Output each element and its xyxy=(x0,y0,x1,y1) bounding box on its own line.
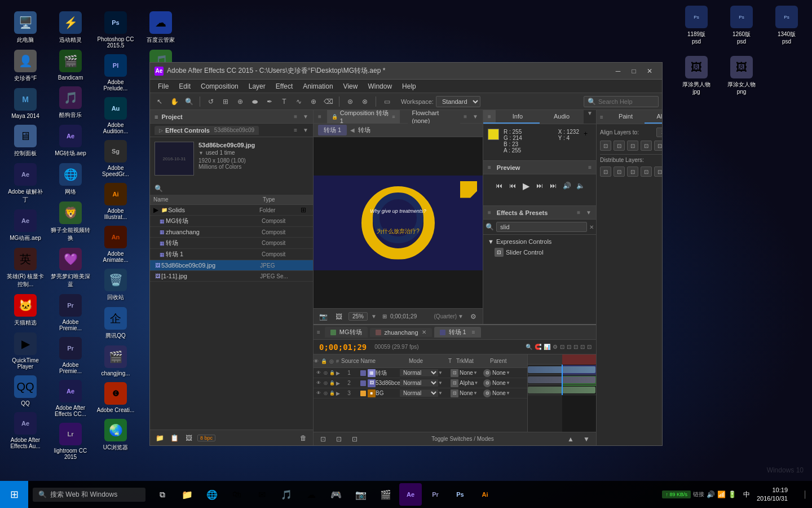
desktop-icon-qq2[interactable]: QQ QQ xyxy=(6,375,45,406)
effects-search-input[interactable] xyxy=(496,222,587,232)
file-item-trans1[interactable]: ▦ 转场 1 Composit xyxy=(150,249,313,260)
paint-tab[interactable]: Paint xyxy=(607,110,645,124)
desktop-icon-adobe-br[interactable]: Ae Adobe 破解补丁 xyxy=(6,163,45,204)
select-tool[interactable]: ↖ xyxy=(153,95,166,108)
close-button[interactable]: ✕ xyxy=(642,64,657,78)
comp-options-icon[interactable]: ≡ xyxy=(392,114,395,120)
comp-tab-trans1[interactable]: 转场 1 xyxy=(318,125,347,135)
menu-animation[interactable]: Animation xyxy=(298,81,337,91)
desktop-icon-creatia[interactable]: 🅒 Adobe Creati... xyxy=(96,382,135,413)
desktop-icon-pr[interactable]: Pr Adobe Premie... xyxy=(51,294,90,331)
layer-1-mode[interactable]: Normal xyxy=(400,369,438,376)
delete-btn[interactable]: 🗑 xyxy=(297,432,310,444)
desktop-icon-pl[interactable]: Pl Adobe Prelude... xyxy=(96,54,135,91)
puppet-tool[interactable]: ⊛ xyxy=(344,95,356,108)
maximize-button[interactable]: □ xyxy=(626,64,642,78)
desktop-icon-net[interactable]: 🌐 网络 xyxy=(51,163,90,196)
file-item-mgtrans[interactable]: ▦ MG转场 Composit xyxy=(150,216,313,227)
text-tool[interactable]: T xyxy=(278,95,290,108)
file-item-zhuanchang[interactable]: ▦ zhuanchang Composit xyxy=(150,227,313,238)
layer-1-expand[interactable]: ▶ xyxy=(336,370,343,376)
tab-prev-icon[interactable]: ◀ xyxy=(350,127,355,133)
comp-panel-options[interactable]: ≡ xyxy=(464,113,467,120)
effects-options[interactable]: ≡ xyxy=(577,209,580,216)
file-item-jpeg[interactable]: 🖼 53d86bce09c09.jpg JPEG xyxy=(150,260,313,271)
eraser-tool[interactable]: ⌫ xyxy=(322,95,334,108)
search-input[interactable] xyxy=(598,98,655,105)
show-desktop-btn[interactable]: │ xyxy=(798,481,812,508)
menu-composition[interactable]: Composition xyxy=(196,81,243,91)
taskbar-game[interactable]: 🎮 xyxy=(325,483,347,506)
audio-tab[interactable]: Audio xyxy=(540,110,584,124)
effect-controls-options[interactable]: ≡ xyxy=(294,127,297,133)
new-folder-btn[interactable]: 📁 xyxy=(153,432,166,444)
effects-search-clear[interactable]: ✕ xyxy=(589,224,594,230)
desktop-icon-changjing[interactable]: 🎬 changjing... xyxy=(96,345,135,376)
preview-play-btn[interactable]: ▶ xyxy=(520,180,532,191)
desktop-icon-mg[interactable]: Ae MG动画.aep xyxy=(6,209,45,242)
desktop-icon-tencent[interactable]: 企 腾讯QQ xyxy=(96,307,135,340)
taskbar-search[interactable]: 🔍 搜索 Web 和 Windows xyxy=(33,488,145,502)
brush-tool[interactable]: ∿ xyxy=(293,95,305,108)
taskbar-cloud[interactable]: ☁ xyxy=(300,483,323,506)
timeline-more1[interactable]: ⊡ xyxy=(560,344,564,350)
shape-tool[interactable]: ⬬ xyxy=(249,95,261,108)
desktop-icon-music[interactable]: 🎵 酷狗音乐 xyxy=(51,86,90,119)
timeline-more4[interactable]: ⊡ xyxy=(580,344,585,350)
desktop-icon-img1[interactable]: 🖼 厚涂男人物jpg xyxy=(677,56,716,95)
taskbar-explorer[interactable]: 📁 xyxy=(176,483,198,506)
tl-footer-btn3[interactable]: ⊡ xyxy=(348,433,361,445)
taskbar-internet[interactable]: 🌐 xyxy=(201,483,223,506)
layer-2-solo[interactable]: ◎ xyxy=(323,380,328,386)
preview-prev-btn[interactable]: ⏮ xyxy=(507,180,518,191)
preview-next-btn[interactable]: ⏭ xyxy=(534,180,545,191)
comp-snapshot-btn[interactable]: 📷 xyxy=(317,310,329,323)
tray-lang[interactable]: 中 xyxy=(739,490,754,500)
zoom-dropdown-icon[interactable]: ▼ xyxy=(371,313,377,319)
panel-close-icon[interactable]: ▼ xyxy=(303,113,308,120)
desktop-icon-pr2[interactable]: Pr Adobe Premie... xyxy=(51,337,90,374)
align-right-btn[interactable]: ⊡ xyxy=(627,141,638,151)
panel-menu-icon-info[interactable]: ≡ xyxy=(488,113,491,120)
menu-help[interactable]: Help xyxy=(398,81,421,91)
layer-2-lock[interactable]: 🔒 xyxy=(329,380,335,386)
menu-layer[interactable]: Layer xyxy=(244,81,270,91)
taskbar-ps[interactable]: Ps xyxy=(449,483,471,506)
dist-center-h-btn[interactable]: ⊡ xyxy=(614,167,625,177)
desktop-icon-control[interactable]: 🖥 控制面板 xyxy=(6,125,45,157)
layer-3-expand[interactable]: ▶ xyxy=(336,391,343,396)
start-button[interactable]: ⊞ xyxy=(0,481,28,508)
desktop-icon-shizhen[interactable]: 🦁 狮子全能视频转换 xyxy=(51,202,90,242)
align-top-btn[interactable]: ⊡ xyxy=(641,141,652,151)
preview-menu-icon[interactable]: ≡ xyxy=(488,164,491,170)
new-comp-btn[interactable]: 📋 xyxy=(168,432,180,444)
clone-tool[interactable]: ⊕ xyxy=(307,95,320,108)
layer-2-expand[interactable]: ▶ xyxy=(336,380,343,386)
roto-tool[interactable]: ⊗ xyxy=(359,95,371,108)
layer-3-solo[interactable]: ◎ xyxy=(323,391,328,396)
desktop-icon-quicktime[interactable]: ▶ QuickTime Player xyxy=(6,332,45,370)
zoom-tool[interactable]: 🔍 xyxy=(183,95,195,108)
desktop-icon-maya[interactable]: M Maya 2014 xyxy=(6,88,45,119)
taskbar-pr[interactable]: Pr xyxy=(424,483,447,506)
layer-1-eye[interactable]: 👁 xyxy=(316,370,321,376)
layer-1-lock[interactable]: 🔒 xyxy=(329,370,335,376)
menu-file[interactable]: File xyxy=(153,81,173,91)
comp-region-btn[interactable]: ⊞ xyxy=(382,313,387,319)
align-center-v-btn[interactable]: ⊡ xyxy=(654,141,662,151)
taskbar-music[interactable]: 🎵 xyxy=(275,483,298,506)
desktop-icon-img2[interactable]: 🖼 厚涂女人物png xyxy=(722,56,761,95)
desktop-icon-cloud[interactable]: ☁ 百度云管家 xyxy=(141,11,180,44)
desktop-icon-xunlei[interactable]: ⚡ 迅动精灵 xyxy=(51,11,90,44)
tl-footer-nav2[interactable]: ▼ xyxy=(580,433,593,445)
tray-icon-2[interactable]: 📶 xyxy=(717,491,726,498)
import-btn[interactable]: 🖼 xyxy=(183,432,195,444)
timeline-settings-icon[interactable]: ⚙ xyxy=(553,344,558,350)
desktop-icon-user[interactable]: 👤 史珍香°F xyxy=(6,50,45,82)
comp-settings-btn[interactable]: ⚙ xyxy=(467,310,479,323)
panel-options-icon[interactable]: ≡ xyxy=(294,113,297,120)
taskbar-ae[interactable]: Ae xyxy=(399,483,422,506)
desktop-icon-yingxiong[interactable]: 英 英雄(R) 核显卡控制... xyxy=(6,248,45,288)
menu-edit[interactable]: Edit xyxy=(174,81,195,91)
desktop-icon-an[interactable]: An Adobe Animate... xyxy=(96,226,135,263)
